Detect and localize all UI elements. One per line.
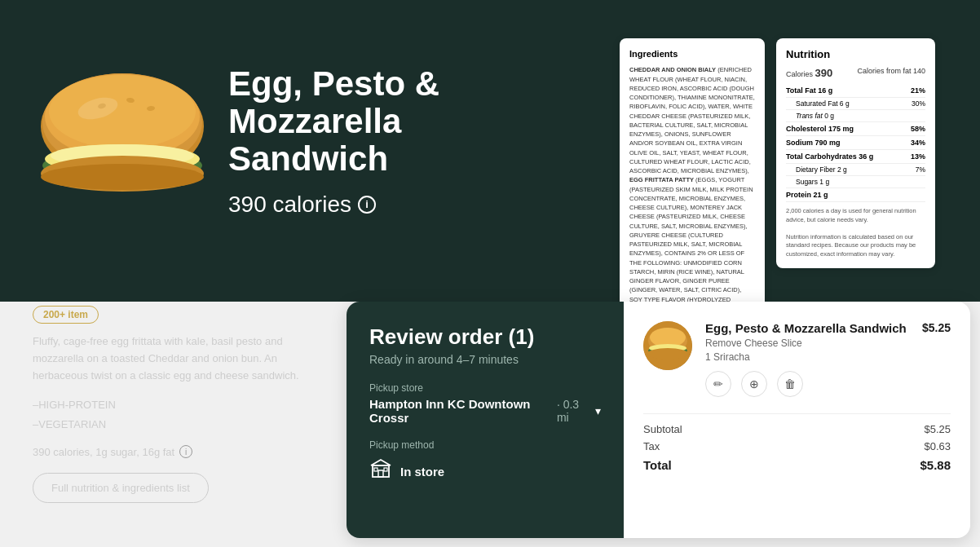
tax-value: $0.63: [924, 440, 951, 452]
pickup-store-row: Hampton Inn KC Downtown Crossr · 0.3 mi …: [369, 397, 601, 425]
svg-rect-16: [384, 468, 387, 471]
calories-label: Calories 390: [786, 67, 832, 79]
product-description: Fluffy, cage-free egg frittata with kale…: [33, 333, 326, 384]
store-name: Hampton Inn KC Downtown Crossr: [369, 397, 552, 425]
total-row: Total $5.88: [643, 455, 951, 475]
tag-vegetarian: –VEGETARIAN: [33, 415, 326, 434]
nutrition-trans-fat: Trans fat 0 g: [786, 110, 925, 122]
store-building-icon: [369, 457, 392, 485]
total-label: Total: [643, 458, 672, 472]
order-item-mod-1: Remove Cheese Slice: [705, 337, 951, 349]
svg-rect-15: [374, 468, 377, 471]
tax-row: Tax $0.63: [643, 438, 951, 455]
product-tags: –HIGH-PROTEIN –VEGETARIAN: [33, 395, 326, 434]
order-item-actions: ✏ ⊕ 🗑: [705, 371, 951, 397]
store-distance: · 0.3 mi: [557, 398, 590, 424]
product-info-area: Egg, Pesto & Mozzarella Sandwich 390 cal…: [228, 65, 571, 218]
order-item-name-row: Egg, Pesto & Mozzarella Sandwich $5.25: [705, 321, 951, 335]
sandwich-image: [24, 45, 220, 244]
subtotal-value: $5.25: [924, 423, 951, 435]
svg-rect-14: [378, 470, 383, 477]
tax-label: Tax: [643, 440, 660, 452]
nutrition-cholesterol: Cholesterol 175 mg58%: [786, 122, 925, 136]
nutrition-carbs: Total Carbohydrates 36 g13%: [786, 150, 925, 164]
review-order-subtitle: Ready in around 4–7 minutes: [369, 353, 601, 366]
price-divider: [643, 413, 951, 414]
calories-from-fat: Calories from fat 140: [857, 67, 925, 79]
nutrition-fiber: Dietary Fiber 2 g7%: [786, 164, 925, 176]
order-item-row: Egg, Pesto & Mozzarella Sandwich $5.25 R…: [643, 321, 951, 397]
nutrition-sodium: Sodium 790 mg34%: [786, 136, 925, 150]
duplicate-item-button[interactable]: ⊕: [741, 371, 767, 397]
review-order-right: Egg, Pesto & Mozzarella Sandwich $5.25 R…: [624, 302, 970, 538]
nutrition-sugars: Sugars 1 g: [786, 176, 925, 188]
delete-item-button[interactable]: 🗑: [777, 371, 803, 397]
svg-point-22: [647, 348, 688, 360]
nutrition-title: Nutrition: [786, 48, 925, 60]
nutrition-total-fat: Total Fat 16 g21%: [786, 84, 925, 98]
pickup-in-store-row: In store: [369, 457, 601, 485]
calories-info-icon[interactable]: i: [358, 196, 376, 214]
order-item-mod-2: 1 Sriracha: [705, 351, 951, 363]
review-order-left: Review order (1) Ready in around 4–7 min…: [347, 302, 624, 538]
in-store-label: In store: [400, 465, 444, 479]
product-details-section: 200+ item Fluffy, cage-free egg frittata…: [33, 306, 326, 503]
order-item-details: Egg, Pesto & Mozzarella Sandwich $5.25 R…: [705, 321, 951, 397]
subtotal-label: Subtotal: [643, 423, 682, 435]
pickup-method-label: Pickup method: [369, 439, 601, 451]
full-nutrition-button[interactable]: Full nutrition & ingredients list: [33, 473, 209, 503]
nutrition-summary-info-icon[interactable]: i: [179, 445, 192, 458]
product-title: Egg, Pesto & Mozzarella Sandwich: [228, 65, 571, 179]
pickup-store-label: Pickup store: [369, 382, 601, 394]
nutrition-summary-row: 390 calories, 1g sugar, 16g fat i: [33, 445, 326, 458]
edit-item-button[interactable]: ✏: [705, 371, 731, 397]
tag-high-protein: –HIGH-PROTEIN: [33, 395, 326, 414]
order-item-price: $5.25: [922, 321, 951, 334]
subtotal-row: Subtotal $5.25: [643, 421, 951, 438]
nutrition-footer: 2,000 calories a day is used for general…: [786, 207, 925, 258]
item-count-badge: 200+ item: [33, 306, 99, 324]
order-item-image: [643, 321, 692, 370]
order-item-name: Egg, Pesto & Mozzarella Sandwich: [705, 321, 907, 335]
nutrition-sat-fat: Saturated Fat 6 g30%: [786, 98, 925, 110]
nutrition-protein: Protein 21 g: [786, 188, 925, 202]
review-order-card: Review order (1) Ready in around 4–7 min…: [347, 302, 970, 538]
ingredients-title: Ingredients: [629, 48, 755, 60]
nutrition-panel: Nutrition Calories 390 Calories from fat…: [776, 38, 935, 268]
svg-point-6: [49, 75, 196, 148]
total-value: $5.88: [920, 458, 951, 472]
store-chevron-icon[interactable]: ▾: [595, 404, 601, 417]
svg-point-11: [41, 164, 204, 190]
calories-text: 390 calories: [228, 192, 351, 218]
review-order-title: Review order (1): [369, 324, 601, 350]
